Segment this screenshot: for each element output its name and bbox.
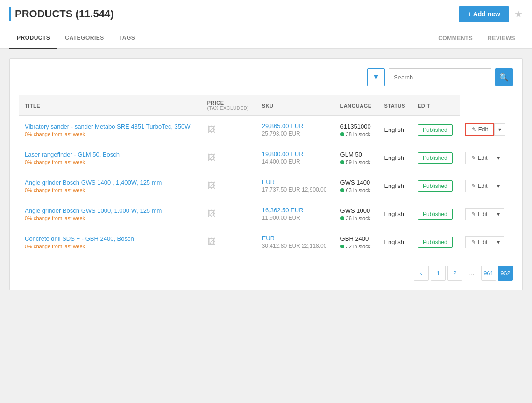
favorite-star-icon[interactable]: ★ bbox=[514, 8, 523, 20]
cell-language-4: English bbox=[378, 228, 412, 256]
edit-button-3[interactable]: ✎ Edit bbox=[465, 208, 493, 220]
pagination-page-2[interactable]: 2 bbox=[447, 266, 462, 281]
search-input[interactable] bbox=[389, 68, 491, 86]
product-image-icon-4[interactable]: 🖼 bbox=[207, 237, 216, 246]
language-value-2: English bbox=[384, 182, 404, 189]
stock-dot-3 bbox=[340, 216, 344, 220]
product-image-icon-3[interactable]: 🖼 bbox=[207, 209, 216, 218]
product-name-1[interactable]: Laser rangefinder - GLM 50, Bosch bbox=[25, 151, 196, 158]
edit-button-0[interactable]: ✎ Edit bbox=[465, 123, 495, 136]
stock-dot-0 bbox=[340, 132, 344, 136]
add-new-button[interactable]: + Add new bbox=[459, 6, 509, 22]
price-secondary-3: 11,900.00 EUR bbox=[262, 215, 329, 221]
search-button[interactable]: 🔍 bbox=[495, 68, 513, 86]
cell-image-0: 🖼 bbox=[202, 116, 256, 144]
change-text-3: change from last week bbox=[34, 216, 85, 221]
tabs-left: PRODUCTS CATEGORIES TAGS bbox=[9, 28, 142, 48]
edit-button-4[interactable]: ✎ Edit bbox=[465, 236, 493, 248]
table-row: Angle grinder Bosch GWS 1000, 1.000 W, 1… bbox=[19, 200, 513, 228]
tab-tags[interactable]: TAGS bbox=[112, 28, 142, 49]
product-change-0: 0% change from last week bbox=[25, 131, 196, 137]
filter-bar: ▼ 🔍 bbox=[19, 68, 513, 86]
edit-dropdown-2[interactable]: ▾ bbox=[493, 180, 504, 192]
stock-dot-1 bbox=[340, 160, 344, 164]
cell-title-1: Laser rangefinder - GLM 50, Bosch 0% cha… bbox=[19, 144, 202, 172]
product-change-4: 0% change from last week bbox=[25, 244, 196, 249]
edit-pencil-icon-1: ✎ bbox=[471, 155, 476, 161]
search-icon: 🔍 bbox=[499, 73, 509, 82]
cell-language-2: English bbox=[378, 172, 412, 200]
tabs-right: COMMENTS REVIEWS bbox=[431, 29, 523, 48]
edit-pencil-icon-0: ✎ bbox=[472, 126, 476, 133]
dropdown-arrow-icon-0: ▾ bbox=[498, 126, 501, 133]
cell-price-1: 19,800.00 EUR 14,400.00 EUR bbox=[256, 144, 335, 172]
cell-status-0: Published bbox=[412, 116, 460, 144]
tab-reviews[interactable]: REVIEWS bbox=[480, 29, 523, 48]
price-main-3: 16,362.50 EUR bbox=[262, 207, 329, 214]
cell-price-2: EUR 17,737.50 EUR 12,900.00 bbox=[256, 172, 335, 200]
product-name-4[interactable]: Concrete drill SDS + - GBH 2400, Bosch bbox=[25, 235, 196, 242]
pagination-page-961[interactable]: 961 bbox=[481, 266, 496, 281]
stock-info-2: 63 in stock bbox=[340, 187, 373, 193]
table-row: Vibratory sander - sander Metabo SRE 435… bbox=[19, 116, 513, 144]
product-change-3: 0% change from last week bbox=[25, 216, 196, 221]
edit-btn-group-3: ✎ Edit ▾ bbox=[465, 208, 507, 220]
col-title: TITLE bbox=[19, 95, 202, 116]
cell-sku-4: GBH 2400 32 in stock bbox=[335, 228, 379, 256]
products-table: TITLE PRICE (TAX EXCLUDED) SKU LANGUAGE … bbox=[19, 95, 513, 256]
dropdown-arrow-icon-1: ▾ bbox=[497, 155, 500, 161]
col-language: LANGUAGE bbox=[335, 95, 379, 116]
filter-button[interactable]: ▼ bbox=[367, 68, 385, 86]
stock-text-4: 32 in stock bbox=[346, 244, 371, 249]
edit-dropdown-0[interactable]: ▾ bbox=[494, 123, 505, 136]
product-name-0[interactable]: Vibratory sander - sander Metabo SRE 435… bbox=[25, 123, 196, 130]
edit-dropdown-3[interactable]: ▾ bbox=[493, 208, 504, 220]
product-name-3[interactable]: Angle grinder Bosch GWS 1000, 1.000 W, 1… bbox=[25, 207, 196, 214]
sku-value-3: GWS 1000 bbox=[340, 207, 373, 214]
price-secondary-2: 17,737.50 EUR 12,900.00 bbox=[262, 187, 329, 193]
page-title: PRODUCTS (11.544) bbox=[9, 7, 114, 21]
tab-products[interactable]: PRODUCTS bbox=[9, 28, 57, 49]
cell-title-4: Concrete drill SDS + - GBH 2400, Bosch 0… bbox=[19, 228, 202, 256]
product-image-icon-1[interactable]: 🖼 bbox=[207, 153, 216, 162]
status-badge-3: Published bbox=[418, 209, 453, 220]
col-price: PRICE (TAX EXCLUDED) bbox=[202, 95, 256, 116]
edit-button-2[interactable]: ✎ Edit bbox=[465, 180, 493, 192]
product-change-1: 0% change from last week bbox=[25, 159, 196, 165]
pagination-page-962[interactable]: 962 bbox=[498, 266, 513, 281]
language-value-3: English bbox=[384, 210, 404, 217]
price-secondary-1: 14,400.00 EUR bbox=[262, 158, 329, 165]
col-sku: SKU bbox=[256, 95, 335, 116]
cell-status-2: Published bbox=[412, 172, 460, 200]
cell-image-1: 🖼 bbox=[202, 144, 256, 172]
product-image-icon-0[interactable]: 🖼 bbox=[207, 125, 216, 134]
edit-button-1[interactable]: ✎ Edit bbox=[465, 152, 493, 164]
pagination-page-1[interactable]: 1 bbox=[431, 266, 446, 281]
filter-icon: ▼ bbox=[372, 73, 380, 81]
cell-sku-2: GWS 1400 63 in stock bbox=[335, 172, 379, 200]
sku-value-4: GBH 2400 bbox=[340, 235, 373, 242]
tabs-bar: PRODUCTS CATEGORIES TAGS COMMENTS REVIEW… bbox=[0, 28, 532, 49]
pagination-prev[interactable]: ‹ bbox=[414, 266, 429, 281]
product-name-2[interactable]: Angle grinder Bosch GWS 1400 , 1,400W, 1… bbox=[25, 179, 196, 186]
tab-comments[interactable]: COMMENTS bbox=[431, 29, 480, 48]
cell-image-3: 🖼 bbox=[202, 200, 256, 228]
edit-dropdown-4[interactable]: ▾ bbox=[493, 236, 504, 248]
tab-categories[interactable]: CATEGORIES bbox=[57, 28, 111, 49]
dropdown-arrow-icon-3: ▾ bbox=[497, 211, 500, 217]
product-image-icon-2[interactable]: 🖼 bbox=[207, 181, 216, 190]
cell-title-2: Angle grinder Bosch GWS 1400 , 1,400W, 1… bbox=[19, 172, 202, 200]
dropdown-arrow-icon-4: ▾ bbox=[497, 239, 500, 245]
cell-title-0: Vibratory sander - sander Metabo SRE 435… bbox=[19, 116, 202, 144]
pagination-dots: ... bbox=[464, 266, 479, 281]
edit-dropdown-1[interactable]: ▾ bbox=[493, 152, 504, 164]
cell-status-1: Published bbox=[412, 144, 460, 172]
table-header-row: TITLE PRICE (TAX EXCLUDED) SKU LANGUAGE … bbox=[19, 95, 513, 116]
stock-text-0: 38 in stock bbox=[346, 131, 371, 137]
status-badge-0: Published bbox=[418, 124, 453, 136]
change-text-2: change from last week bbox=[34, 187, 85, 193]
cell-language-3: English bbox=[378, 200, 412, 228]
change-percent-2: 0% bbox=[25, 187, 32, 193]
dropdown-arrow-icon-2: ▾ bbox=[497, 183, 500, 189]
cell-price-4: EUR 30,412.80 EUR 22,118.00 bbox=[256, 228, 335, 256]
